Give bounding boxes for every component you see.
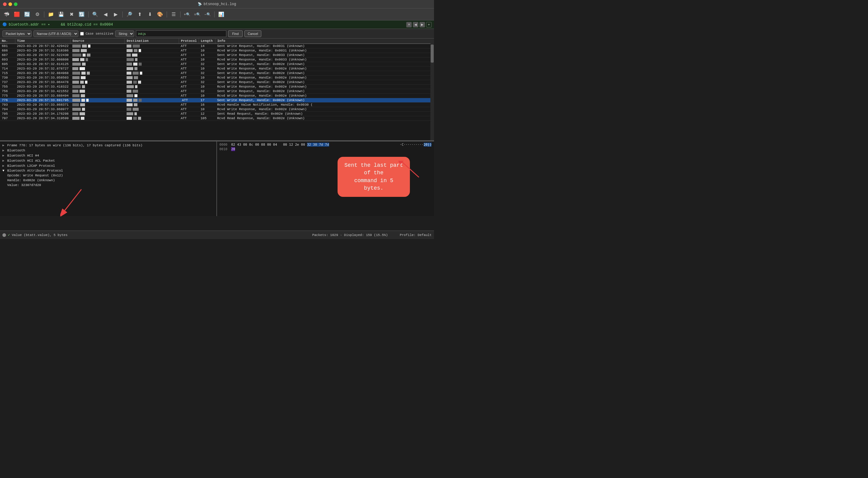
- detail-item[interactable]: ▶Bluetooth HCI ACL Packet: [0, 158, 216, 163]
- forward-button[interactable]: ▶: [112, 10, 120, 19]
- detail-item[interactable]: Handle: 0x002e (Unknown): [0, 178, 216, 183]
- detail-item[interactable]: ▼Bluetooth Attribute Protocol: [0, 168, 216, 173]
- packet-info: Sent Write Request, Handle: 0x0031 (Unkn…: [215, 44, 434, 48]
- detail-item[interactable]: Value: 32307d7d20: [0, 183, 216, 187]
- zoom-reset-button[interactable]: =🔍: [193, 10, 202, 19]
- packet-length: 32: [198, 89, 215, 94]
- packet-info: Sent Write Request, Handle: 0x002e (Unkn…: [215, 71, 434, 75]
- table-row[interactable]: 795 2023-03-29 20:57:34.176298 ATT 12 Se…: [0, 112, 434, 116]
- status-indicator: [2, 233, 6, 237]
- case-sensitive-label: Case sensitive: [86, 32, 113, 36]
- cancel-search-button[interactable]: Cancel: [244, 30, 261, 37]
- filter-clear-button[interactable]: ✕: [406, 22, 412, 27]
- table-row[interactable]: 681 2023-03-29 20:57:32.429422 ATT 14 Se…: [0, 44, 434, 48]
- table-row[interactable]: 730 2023-03-29 20:57:33.058503 ATT 10 Rc…: [0, 75, 434, 80]
- protocol-cell: ATT: [179, 67, 199, 71]
- packet-no: 730: [0, 75, 15, 80]
- table-row[interactable]: 695 2023-03-29 20:57:32.614125 ATT 32 Se…: [0, 62, 434, 67]
- restart-button[interactable]: 🔄: [23, 10, 31, 19]
- detail-item[interactable]: ▶Bluetooth: [0, 148, 216, 153]
- search-input[interactable]: [136, 30, 226, 37]
- open-button[interactable]: 📁: [47, 10, 55, 19]
- separator2: [88, 11, 89, 18]
- maximize-window-button[interactable]: [14, 2, 18, 6]
- filter-right-button[interactable]: ▶: [420, 22, 425, 27]
- expand-arrow: ▼: [2, 169, 6, 172]
- colorize-button[interactable]: 🎨: [156, 10, 164, 19]
- protocol-cell: ATT: [179, 98, 199, 103]
- table-row[interactable]: 775 2023-03-29 20:57:33.688494 ATT 10 Rc…: [0, 94, 434, 98]
- packet-info: Sent Write Request, Handle: 0x002e (Unkn…: [215, 62, 434, 67]
- packet-source: [70, 107, 125, 112]
- packet-time: 2023-03-29 20:57:33.058503: [15, 75, 70, 80]
- scrollbar-thumb[interactable]: [431, 44, 434, 63]
- detail-label: Bluetooth HCI H4: [7, 154, 39, 158]
- table-row[interactable]: 755 2023-03-29 20:57:33.418322 ATT 10 Rc…: [0, 84, 434, 89]
- save-button[interactable]: 💾: [57, 10, 65, 19]
- case-sensitive-checkbox[interactable]: [80, 32, 84, 36]
- packet-info: Sent Write Request, Handle: 0x002e (Unkn…: [215, 89, 434, 94]
- protocol-cell: ATT: [179, 84, 199, 89]
- table-row[interactable]: 687 2023-03-29 20:57:32.522430 ATT 14 Se…: [0, 53, 434, 58]
- close-window-button[interactable]: [3, 2, 7, 6]
- packet-length: 32: [198, 71, 215, 75]
- match-type-dropdown[interactable]: String: [115, 30, 134, 37]
- packet-source: [70, 84, 125, 89]
- encoding-dropdown[interactable]: Narrow (UTF-8 / ASCII): [33, 30, 79, 37]
- expand-arrow: ▶: [2, 159, 6, 163]
- packet-info: Rcvd Write Response, Handle: 0x002e (Unk…: [215, 84, 434, 89]
- packet-length: 14: [198, 44, 215, 48]
- filter-add-button[interactable]: +: [426, 22, 432, 27]
- table-row[interactable]: 794 2023-03-29 20:57:33.868977 ATT 10 Rc…: [0, 107, 434, 112]
- packet-source: [70, 112, 125, 116]
- table-row[interactable]: 756 2023-03-29 20:57:33.421552 ATT 32 Se…: [0, 89, 434, 94]
- table-row[interactable]: 686 2023-03-29 20:57:32.518386 ATT 10 Rc…: [0, 48, 434, 53]
- list-button[interactable]: ☰: [169, 10, 178, 19]
- stop-button[interactable]: 🟥: [13, 10, 21, 19]
- scrollbar[interactable]: [430, 38, 434, 140]
- up-button[interactable]: ⬆: [135, 10, 144, 19]
- detail-item[interactable]: ▶Frame 776: 17 bytes on wire (136 bits),…: [0, 143, 216, 148]
- settings-button[interactable]: ⚙: [33, 10, 41, 19]
- table-row[interactable]: 793 2023-03-29 20:57:33.868371 ATT 16 Rc…: [0, 103, 434, 107]
- filter-toolbar-button[interactable]: 🔎: [125, 10, 133, 19]
- window-controls[interactable]: [3, 2, 18, 6]
- down-button[interactable]: ⬇: [146, 10, 154, 19]
- col-header-no: No.: [0, 38, 15, 44]
- right-arrow: [398, 161, 422, 179]
- packet-destination: [125, 112, 179, 116]
- packet-source: [70, 89, 125, 94]
- packet-source: [70, 103, 125, 107]
- search-type-dropdown[interactable]: Packet bytes: [2, 30, 32, 37]
- find-button[interactable]: Find: [228, 30, 242, 37]
- detail-item[interactable]: ▶Bluetooth L2CAP Protocol: [0, 163, 216, 168]
- search-button[interactable]: 🔍: [91, 10, 99, 19]
- search-bar: Packet bytes Narrow (UTF-8 / ASCII) Case…: [0, 29, 434, 38]
- packets-count: Packets: 1029 · Displayed: 159 (15.5%): [312, 233, 388, 237]
- packet-time: 2023-03-29 20:57:34.319599: [15, 116, 70, 121]
- table-row[interactable]: 693 2023-03-29 20:57:32.608808 ATT 10 Rc…: [0, 58, 434, 62]
- table-row[interactable]: 776 2023-03-29 20:57:33.691795 ATT 17 Se…: [0, 98, 434, 103]
- packet-source: [70, 71, 125, 75]
- graph-button[interactable]: 📊: [217, 10, 225, 19]
- detail-item[interactable]: Opcode: Write Request (0x12): [0, 173, 216, 178]
- minimize-window-button[interactable]: [8, 2, 12, 6]
- packet-length: 17: [198, 98, 215, 103]
- bytes-hex: 02 43 00 0c 00 08 00 04 00 12 2e 00 32 3…: [231, 143, 396, 146]
- packet-info: Sent Read Request, Handle: 0x002e (Unkno…: [215, 112, 434, 116]
- reload-button[interactable]: 🔃: [78, 10, 86, 19]
- table-row[interactable]: 715 2023-03-29 20:57:32.884968 ATT 32 Se…: [0, 71, 434, 75]
- detail-item[interactable]: ▶Bluetooth HCI H4: [0, 153, 216, 158]
- zoom-out-button[interactable]: −🔍: [204, 10, 212, 19]
- zoom-in-button[interactable]: +🔍: [183, 10, 191, 19]
- back-button[interactable]: ◀: [101, 10, 110, 19]
- table-row[interactable]: 737 2023-03-29 20:57:33.064478 ATT 32 Se…: [0, 80, 434, 84]
- bytes-highlight2: 20: [231, 147, 235, 151]
- table-row[interactable]: 797 2023-03-29 20:57:34.319599 ATT 105 R…: [0, 116, 434, 121]
- shark-icon[interactable]: 🦈: [2, 10, 11, 19]
- col-header-source: Source: [70, 38, 125, 44]
- table-row[interactable]: 714 2023-03-29 20:57:32.878727 ATT 10 Rc…: [0, 67, 434, 71]
- filter-left-button[interactable]: ◀: [413, 22, 418, 27]
- packet-source: [70, 48, 125, 53]
- close-file-button[interactable]: ✖: [67, 10, 76, 19]
